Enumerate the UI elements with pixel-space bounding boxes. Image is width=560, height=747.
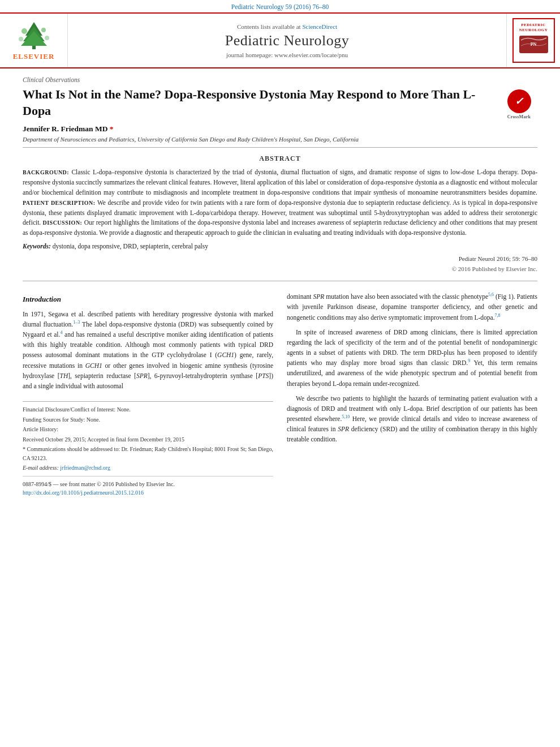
doi-link[interactable]: http://dx.doi.org/10.1016/j.pediatrneuro… xyxy=(23,490,144,496)
elsevier-logo: ELSEVIER xyxy=(13,20,55,61)
page: Pediatric Neurology 59 (2016) 76–80 E xyxy=(0,0,560,747)
journal-citation-bar: Pediatric Neurology 59 (2016) 76–80 xyxy=(0,0,560,12)
keywords-line: Keywords: dystonia, dopa responsive, DRD… xyxy=(23,243,537,250)
affiliation-line: Department of Neurosciences and Pediatri… xyxy=(23,136,537,143)
issn-line: 0887-8994/$ — see front matter © 2016 Pu… xyxy=(23,480,273,489)
patient-label: PATIENT DESCRIPTION: xyxy=(23,200,96,206)
elsevier-tree-icon xyxy=(14,20,54,51)
elsevier-logo-area: ELSEVIER xyxy=(0,14,68,67)
pn-logo-icon: PN xyxy=(518,35,549,54)
discussion-label: DISCUSSION: xyxy=(42,220,82,226)
sciencedirect-link[interactable]: ScienceDirect xyxy=(302,23,337,30)
main-content: Clinical Observations What Is Not in the… xyxy=(0,76,560,497)
sciencedirect-line: Contents lists available at ScienceDirec… xyxy=(237,23,337,30)
ref-sup-1: 1–3 xyxy=(73,320,80,325)
abstract-text: BACKGROUND: Classic L-dopa–responsive dy… xyxy=(23,168,537,238)
email-line: E-mail address: jrfriedman@rchsd.org xyxy=(23,463,273,473)
right-para-1: dominant SPR mutation have also been ass… xyxy=(287,291,537,322)
crossmark-badge[interactable]: ✓ CrossMark xyxy=(501,87,537,123)
pubinfo-right: Pediatr Neurol 2016; 59: 76–80 © 2016 Pu… xyxy=(23,254,537,274)
email-label: E-mail address: xyxy=(23,465,59,471)
svg-point-5 xyxy=(41,28,46,32)
col-right: dominant SPR mutation have also been ass… xyxy=(287,291,537,497)
pn-logo-area: PEDIATRICNEUROLOGY PN xyxy=(506,14,560,67)
intro-heading: Introduction xyxy=(23,294,273,306)
right-para-2: In spite of increased awareness of DRD a… xyxy=(287,327,537,389)
citation-text: Pediatric Neurology 59 (2016) 76–80 xyxy=(231,3,329,10)
ref-sup-r4: 5,10 xyxy=(342,414,350,419)
svg-point-6 xyxy=(19,37,23,41)
keywords-text: dystonia, dopa responsive, DRD, sepiapte… xyxy=(51,243,208,250)
footer-notes: Financial Disclosure/Conflict of Interes… xyxy=(23,401,273,473)
keywords-label: Keywords: xyxy=(23,243,51,250)
abstract-heading: ABSTRACT xyxy=(23,154,537,163)
background-label: BACKGROUND: xyxy=(23,169,69,175)
pub-info-2: © 2016 Published by Elsevier Inc. xyxy=(452,264,537,274)
article-divider xyxy=(23,147,537,148)
section-tag: Clinical Observations xyxy=(23,76,537,83)
article-title: What Is Not in the Name? Dopa-Responsive… xyxy=(23,87,537,119)
title-text: What Is Not in the Name? Dopa-Responsive… xyxy=(23,87,475,118)
journal-header-center: Contents lists available at ScienceDirec… xyxy=(68,14,506,67)
ref-sup-2: 4 xyxy=(60,330,62,335)
pub-info-1: Pediatr Neurol 2016; 59: 76–80 xyxy=(452,254,537,264)
author-name: Jennifer R. Friedman MD xyxy=(23,124,107,133)
header-area: ELSEVIER Contents lists available at Sci… xyxy=(0,12,560,68)
correspondence: * Communications should be addressed to:… xyxy=(23,445,273,462)
col-left: Introduction In 1971, Segawa et al. desc… xyxy=(23,291,273,497)
article-history-label: Article History: xyxy=(23,425,273,434)
ref-sup-r1: 5,6 xyxy=(488,292,494,297)
ref-sup-r2: 7,8 xyxy=(495,313,501,318)
funding-sources: Funding Sources for Study: None. xyxy=(23,415,273,424)
intro-para-1: In 1971, Segawa et al. described patient… xyxy=(23,309,273,391)
discussion-text: Our report highlights the limitations of… xyxy=(23,219,537,236)
author-line: Jennifer R. Friedman MD * xyxy=(23,124,537,134)
two-col-body: Introduction In 1971, Segawa et al. desc… xyxy=(23,291,537,497)
received-dates: Received October 29, 2015; Accepted in f… xyxy=(23,435,273,444)
body-divider xyxy=(23,281,537,281)
crossmark-label: CrossMark xyxy=(507,114,531,120)
crossmark-icon: ✓ xyxy=(507,89,531,113)
elsevier-brand-text: ELSEVIER xyxy=(13,52,55,61)
pubinfo-box: Pediatr Neurol 2016; 59: 76–80 © 2016 Pu… xyxy=(452,254,537,274)
journal-main-title: Pediatric Neurology xyxy=(225,32,350,49)
background-text: Classic L-dopa–responsive dystonia is ch… xyxy=(23,169,537,196)
svg-point-4 xyxy=(21,28,27,34)
pn-logo-text: PEDIATRICNEUROLOGY xyxy=(518,23,549,33)
financial-disclosure: Financial Disclosure/Conflict of Interes… xyxy=(23,405,273,414)
author-star: * xyxy=(107,124,113,133)
footer-doi: 0887-8994/$ — see front matter © 2016 Pu… xyxy=(23,476,273,498)
ref-sup-r3: 9 xyxy=(468,358,470,363)
abstract-section: ABSTRACT BACKGROUND: Classic L-dopa–resp… xyxy=(23,154,537,274)
right-para-3: We describe two patients to highlight th… xyxy=(287,393,537,445)
journal-homepage: journal homepage: www.elsevier.com/locat… xyxy=(226,51,348,58)
email-link[interactable]: jrfriedman@rchsd.org xyxy=(60,465,110,471)
pn-logo-box: PEDIATRICNEUROLOGY PN xyxy=(512,18,555,63)
contents-label: Contents lists available at xyxy=(237,23,301,30)
svg-point-7 xyxy=(45,36,49,40)
